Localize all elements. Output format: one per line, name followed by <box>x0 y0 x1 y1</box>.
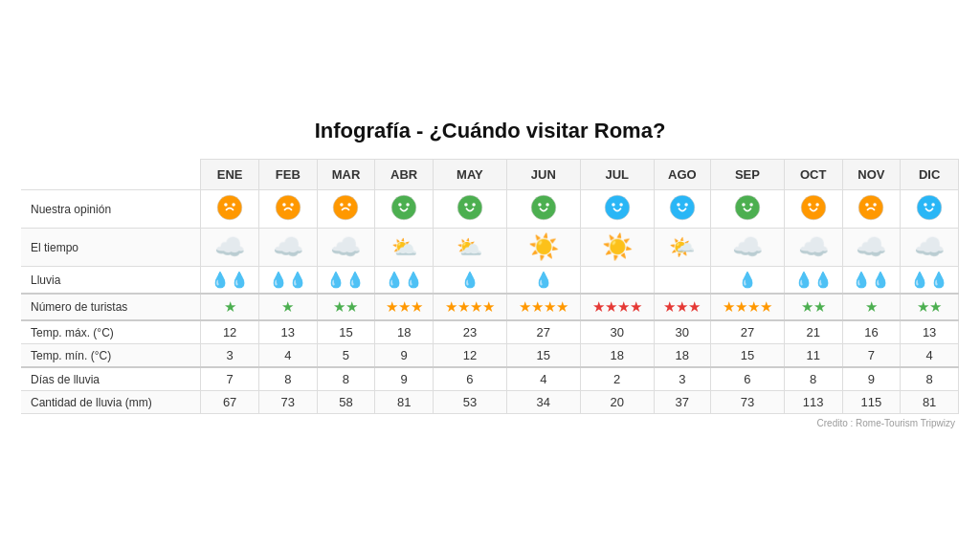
weather-label: El tiempo <box>21 229 201 267</box>
opinion-cell-4 <box>434 190 507 229</box>
month-header-nov: NOV <box>842 160 901 190</box>
svg-point-7 <box>341 203 345 207</box>
weather-cell-1: ☁️ <box>258 229 317 267</box>
tempmax-cell-3: 18 <box>375 320 434 344</box>
svg-point-25 <box>742 203 746 207</box>
weather-row: El tiempo☁️☁️☁️⛅⛅☀️☀️🌤️☁️☁️☁️☁️ <box>21 229 959 267</box>
svg-point-2 <box>232 203 235 207</box>
opinion-label: Nuestra opinión <box>21 190 201 229</box>
rain-cell-7 <box>654 267 710 295</box>
svg-point-18 <box>605 195 630 220</box>
svg-point-29 <box>815 203 819 207</box>
tempmin-cell-8: 15 <box>710 344 784 368</box>
opinion-row: Nuestra opinión <box>21 190 959 229</box>
rainmm-cell-2: 58 <box>317 391 375 414</box>
svg-point-32 <box>874 203 878 207</box>
month-header-oct: OCT <box>784 160 842 190</box>
weather-cell-11: ☁️ <box>901 229 959 267</box>
svg-point-9 <box>391 195 416 220</box>
tempmax-cell-8: 27 <box>710 320 784 344</box>
opinion-cell-6 <box>580 190 654 229</box>
svg-point-13 <box>464 203 468 207</box>
raindays-label: Días de lluvia <box>21 367 201 391</box>
month-header-jul: JUL <box>580 160 654 190</box>
tempmax-cell-10: 16 <box>842 320 901 344</box>
raindays-cell-8: 6 <box>710 367 784 391</box>
weather-cell-7: 🌤️ <box>654 229 710 267</box>
tourists-cell-8: ★★★★ <box>710 294 784 320</box>
raindays-cell-0: 7 <box>201 367 259 391</box>
rain-label: Lluvia <box>21 267 201 295</box>
month-header-feb: FEB <box>258 160 317 190</box>
tourists-cell-0: ★ <box>201 294 259 320</box>
month-header-jun: JUN <box>506 160 580 190</box>
tempmax-cell-11: 13 <box>901 320 959 344</box>
opinion-cell-11 <box>901 190 959 229</box>
month-header-may: MAY <box>434 160 507 190</box>
header-row: ENE FEB MAR ABR MAY JUN JUL AGO SEP OCT … <box>21 160 959 190</box>
tempmin-cell-10: 7 <box>842 344 901 368</box>
raindays-cell-5: 4 <box>506 367 580 391</box>
tempmin-label: Temp. mín. (°C) <box>21 344 201 368</box>
rainmm-cell-7: 37 <box>654 391 710 414</box>
month-header-sep: SEP <box>710 160 784 190</box>
rainmm-row: Cantidad de lluvia (mm)67735881533420377… <box>21 391 959 414</box>
tempmin-cell-6: 18 <box>580 344 654 368</box>
raindays-cell-9: 8 <box>784 367 842 391</box>
tourists-cell-2: ★★ <box>317 294 375 320</box>
opinion-cell-0 <box>201 190 259 229</box>
raindays-cell-1: 8 <box>258 367 317 391</box>
page-title: Infografía - ¿Cuándo visitar Roma? <box>21 119 959 143</box>
rain-cell-10: 💧💧 <box>842 267 901 295</box>
svg-point-35 <box>931 203 935 207</box>
rainmm-cell-0: 67 <box>201 391 259 414</box>
svg-point-31 <box>866 203 870 207</box>
tourists-row: Número de turistas★★★★★★★★★★★★★★★★★★★★★★… <box>21 294 959 320</box>
opinion-cell-7 <box>654 190 710 229</box>
tempmax-cell-6: 30 <box>580 320 654 344</box>
opinion-cell-5 <box>506 190 580 229</box>
weather-cell-8: ☁️ <box>710 229 784 267</box>
tourists-cell-11: ★★ <box>901 294 959 320</box>
opinion-cell-9 <box>784 190 842 229</box>
rain-row: Lluvia💧💧💧💧💧💧💧💧💧💧💧💧💧💧💧💧💧 <box>21 267 959 295</box>
svg-point-16 <box>538 203 542 207</box>
tourists-cell-9: ★★ <box>784 294 842 320</box>
tempmax-cell-5: 27 <box>506 320 580 344</box>
weather-cell-6: ☀️ <box>580 229 654 267</box>
svg-point-12 <box>457 195 482 220</box>
opinion-cell-2 <box>317 190 375 229</box>
svg-point-20 <box>619 203 623 207</box>
month-header-ago: AGO <box>654 160 710 190</box>
raindays-cell-7: 3 <box>654 367 710 391</box>
svg-point-14 <box>472 203 476 207</box>
raindays-cell-11: 8 <box>901 367 959 391</box>
tourists-cell-1: ★ <box>258 294 317 320</box>
svg-point-27 <box>801 195 826 220</box>
rain-cell-0: 💧💧 <box>201 267 259 295</box>
weather-cell-5: ☀️ <box>506 229 580 267</box>
weather-cell-10: ☁️ <box>842 229 901 267</box>
rain-cell-5: 💧 <box>506 267 580 295</box>
svg-point-22 <box>677 203 680 207</box>
rainmm-cell-5: 34 <box>506 391 580 414</box>
rain-cell-8: 💧 <box>710 267 784 295</box>
weather-cell-2: ☁️ <box>317 229 375 267</box>
opinion-cell-10 <box>842 190 901 229</box>
tempmax-cell-4: 23 <box>434 320 507 344</box>
tempmin-cell-4: 12 <box>434 344 507 368</box>
raindays-cell-10: 9 <box>842 367 901 391</box>
rain-cell-2: 💧💧 <box>317 267 375 295</box>
raindays-cell-3: 9 <box>375 367 434 391</box>
weather-cell-0: ☁️ <box>201 229 259 267</box>
tempmax-cell-7: 30 <box>654 320 710 344</box>
svg-point-21 <box>670 195 695 220</box>
weather-cell-4: ⛅ <box>434 229 507 267</box>
tourists-cell-4: ★★★★ <box>434 294 507 320</box>
tourists-cell-7: ★★★ <box>654 294 710 320</box>
credit-text: Credito : Rome-Tourism Tripwizy <box>21 418 959 428</box>
tempmin-cell-1: 4 <box>258 344 317 368</box>
weather-cell-3: ⛅ <box>375 229 434 267</box>
tempmax-label: Temp. máx. (°C) <box>21 320 201 344</box>
rain-cell-3: 💧💧 <box>375 267 434 295</box>
